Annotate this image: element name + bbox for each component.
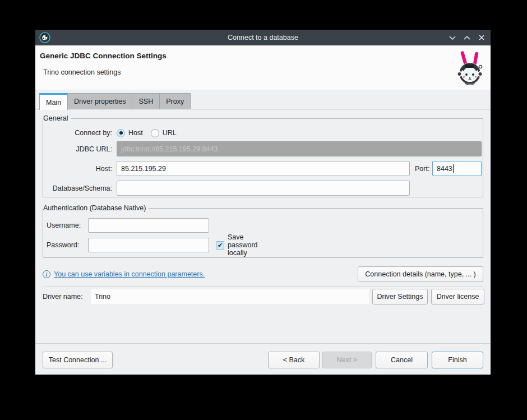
page-title: Generic JDBC Connection Settings bbox=[40, 52, 167, 60]
host-label: Host: bbox=[45, 165, 112, 173]
host-input[interactable] bbox=[117, 161, 410, 176]
authentication-group: Authentication (Database Native) Usernam… bbox=[43, 208, 483, 258]
driver-name-field: Trino bbox=[91, 289, 369, 304]
jdbc-url-field: jdbc:trino://85.215.195.29:8443 bbox=[117, 141, 482, 156]
database-schema-label: Database/Schema: bbox=[45, 184, 112, 192]
driver-license-button[interactable]: Driver license bbox=[431, 289, 484, 304]
window-title: Connect to a database bbox=[35, 34, 491, 41]
tab-proxy[interactable]: Proxy bbox=[160, 93, 191, 109]
tab-main[interactable]: Main bbox=[39, 93, 68, 110]
url-radio[interactable] bbox=[151, 129, 159, 137]
minimize-icon[interactable] bbox=[448, 33, 457, 42]
connect-dialog: Connect to a database Generic JDBC Conne… bbox=[35, 30, 491, 375]
back-button[interactable]: < Back bbox=[268, 352, 320, 368]
host-radio[interactable] bbox=[117, 129, 125, 137]
test-connection-button[interactable]: Test Connection ... bbox=[43, 352, 113, 368]
jdbc-url-label: JDBC URL: bbox=[45, 145, 112, 153]
text-caret bbox=[453, 164, 454, 173]
driver-settings-button[interactable]: Driver Settings bbox=[372, 289, 428, 304]
page-subtitle: Trino connection settings bbox=[43, 68, 121, 76]
variables-hint-row: i You can use variables in connection pa… bbox=[43, 270, 205, 278]
port-label: Port: bbox=[415, 165, 429, 173]
password-label: Password: bbox=[47, 241, 79, 249]
password-input[interactable] bbox=[88, 238, 209, 252]
host-radio-label: Host bbox=[128, 129, 143, 137]
finish-button[interactable]: Finish bbox=[432, 352, 483, 368]
cancel-button[interactable]: Cancel bbox=[376, 352, 428, 368]
info-icon: i bbox=[43, 270, 50, 278]
save-password-checkbox[interactable]: ✔ bbox=[216, 241, 224, 250]
maximize-icon[interactable] bbox=[463, 33, 471, 42]
next-button[interactable]: Next > bbox=[322, 352, 372, 368]
database-schema-input[interactable] bbox=[117, 181, 410, 196]
main-content: Main Driver properties SSH Proxy General… bbox=[35, 90, 491, 375]
general-group: General Connect by: Host URL JDBC URL: j… bbox=[43, 118, 483, 197]
username-input[interactable] bbox=[88, 218, 209, 233]
connection-details-button[interactable]: Connection details (name, type, ... ) bbox=[358, 266, 483, 282]
connect-by-label: Connect by: bbox=[45, 129, 112, 137]
variables-link[interactable]: You can use variables in connection para… bbox=[54, 270, 205, 278]
tab-driver-properties[interactable]: Driver properties bbox=[68, 93, 132, 109]
general-legend: General bbox=[43, 114, 71, 123]
dialog-header: Generic JDBC Connection Settings Trino c… bbox=[35, 45, 491, 90]
title-bar[interactable]: Connect to a database bbox=[35, 30, 491, 45]
dbeaver-app-icon bbox=[39, 32, 50, 43]
authentication-legend: Authentication (Database Native) bbox=[43, 204, 149, 213]
driver-name-label: Driver name: bbox=[43, 293, 83, 301]
trino-logo-icon bbox=[454, 49, 486, 86]
url-radio-label: URL bbox=[163, 129, 177, 137]
tab-ssh[interactable]: SSH bbox=[132, 93, 160, 109]
port-input[interactable]: 8443 bbox=[432, 161, 482, 176]
driver-section-divider bbox=[43, 287, 483, 287]
save-password-label: Save password locally bbox=[228, 233, 258, 257]
footer-divider bbox=[35, 343, 491, 344]
username-label: Username: bbox=[47, 221, 81, 229]
tab-bar: Main Driver properties SSH Proxy bbox=[39, 93, 191, 109]
close-icon[interactable] bbox=[477, 33, 486, 42]
check-icon: ✔ bbox=[218, 242, 223, 248]
